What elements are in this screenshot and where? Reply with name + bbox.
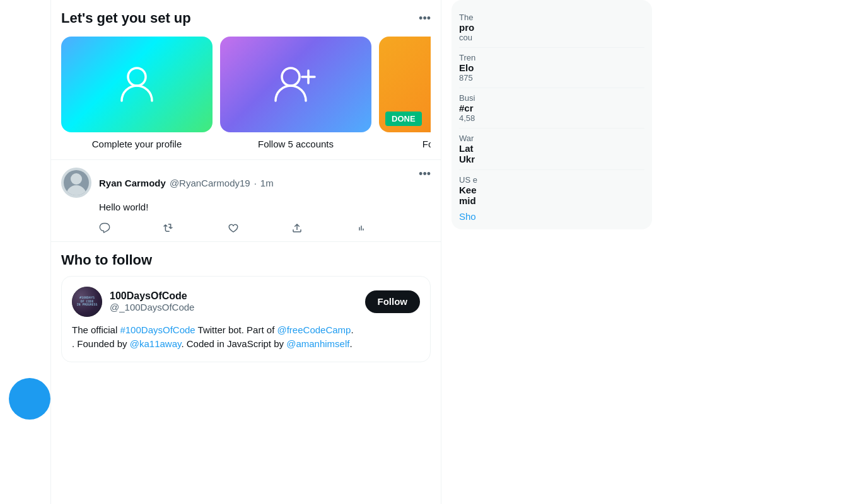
trending-item-4: War Lat Ukr <box>459 129 644 170</box>
retweet-icon <box>163 222 175 234</box>
who-to-follow-section: Who to follow #100DAYSOF CODEIN PROGRESS… <box>51 242 441 372</box>
setup-title: Let's get you set up <box>61 10 191 26</box>
done-badge-topics: DONE <box>385 112 422 126</box>
right-sidebar: The pro cou Tren Elo 875 Busi #cr 4,58 W… <box>441 0 662 504</box>
card-label-topics: Follow 3 Topics <box>422 139 431 149</box>
setup-header: Let's get you set up ••• <box>61 10 431 26</box>
trending-item-3: Busi #cr 4,58 <box>459 88 644 129</box>
setup-cards: Complete your profile Follow 5 accounts <box>61 37 431 149</box>
trending-name-3: #cr <box>459 103 644 113</box>
wtf-avatar-image: #100DAYSOF CODEIN PROGRESS <box>72 287 102 317</box>
stats-button[interactable] <box>356 222 367 234</box>
tweet-timestamp: 1m <box>260 178 274 188</box>
bio-text-prefix: The official <box>72 324 120 335</box>
card-label-profile: Complete your profile <box>92 139 182 149</box>
tweet-more-icon[interactable]: ••• <box>419 168 431 181</box>
wtf-avatar: #100DAYSOF CODEIN PROGRESS <box>72 287 102 317</box>
trending-item-5: US e Kee mid <box>459 170 644 211</box>
share-button[interactable] <box>291 222 303 234</box>
tweet-user-row: Ryan Carmody @RyanCarmody19 · 1m <box>61 168 274 198</box>
setup-card-topics[interactable]: DONE Follow 3 Topics <box>379 37 431 149</box>
avatar-inner <box>64 170 89 195</box>
trending-item-1: The pro cou <box>459 8 644 48</box>
show-more-button[interactable]: Sho <box>459 211 644 222</box>
setup-more-icon[interactable]: ••• <box>419 12 431 25</box>
like-button[interactable] <box>228 222 239 234</box>
setup-card-profile[interactable]: Complete your profile <box>61 37 213 149</box>
bio-text-coded: . Coded in JavaScript by <box>181 338 286 349</box>
avatar <box>61 168 91 198</box>
card-image-follow <box>220 37 371 132</box>
trending-category-1: The <box>459 13 644 22</box>
tweet-time: · <box>254 178 257 188</box>
bio-text-founded: . Founded by <box>72 338 130 349</box>
trending-name-4b: Ukr <box>459 154 644 164</box>
tweet-actions <box>99 222 367 234</box>
bio-link-freecodecamp[interactable]: @freeCodeCamp <box>277 324 351 335</box>
trending-section: The pro cou Tren Elo 875 Busi #cr 4,58 W… <box>452 0 652 229</box>
tweet-user-info: Ryan Carmody @RyanCarmody19 · 1m <box>99 178 274 188</box>
trending-name-1: pro <box>459 22 644 33</box>
main-feed: Let's get you set up ••• Complete your p… <box>50 0 441 504</box>
bio-text-end: . <box>349 338 352 349</box>
trending-name-4: Lat <box>459 143 644 154</box>
follow-button[interactable]: Follow <box>365 290 421 313</box>
tweet-handle[interactable]: @RyanCarmody19 <box>170 178 250 188</box>
wtf-title: Who to follow <box>61 252 431 268</box>
setup-section: Let's get you set up ••• Complete your p… <box>51 0 441 160</box>
svg-point-6 <box>71 173 82 185</box>
trending-category-2: Tren <box>459 53 644 62</box>
stats-icon <box>356 222 367 234</box>
trending-category-4: War <box>459 134 644 143</box>
tweet-name-row: Ryan Carmody @RyanCarmody19 · 1m <box>99 178 274 188</box>
svg-point-1 <box>282 68 300 86</box>
avatar-person-icon <box>66 173 86 195</box>
wtf-user-row: #100DAYSOF CODEIN PROGRESS 100DaysOfCode… <box>72 287 420 317</box>
bio-link-ka11away[interactable]: @ka11away <box>130 338 182 349</box>
trending-name-5b: mid <box>459 195 644 206</box>
bio-link-amanhimself[interactable]: @amanhimself <box>286 338 349 349</box>
wtf-bio: The official #100DaysOfCode Twitter bot.… <box>72 323 420 352</box>
sidebar-follow-button[interactable] <box>9 378 50 420</box>
trending-category-3: Busi <box>459 93 644 103</box>
left-sidebar <box>0 0 50 504</box>
tweet-section: Ryan Carmody @RyanCarmody19 · 1m ••• Hel… <box>51 160 441 242</box>
wtf-user-info: 100DaysOfCode @_100DaysOfCode <box>110 290 358 312</box>
setup-card-follow-accounts[interactable]: Follow 5 accounts <box>220 37 371 149</box>
wtf-card: #100DAYSOF CODEIN PROGRESS 100DaysOfCode… <box>61 276 431 362</box>
tweet-name[interactable]: Ryan Carmody <box>99 178 166 188</box>
bio-link-hashtag[interactable]: #100DaysOfCode <box>120 324 195 335</box>
trending-category-5: US e <box>459 175 644 185</box>
reply-icon <box>99 222 110 234</box>
svg-point-0 <box>128 68 146 86</box>
share-icon <box>291 222 303 234</box>
trending-name-5: Kee <box>459 185 644 195</box>
tweet-header: Ryan Carmody @RyanCarmody19 · 1m ••• <box>61 168 431 198</box>
retweet-button[interactable] <box>163 222 175 234</box>
heart-icon <box>228 222 239 234</box>
bio-text-suffix: . <box>351 324 353 335</box>
person-plus-icon <box>274 66 317 103</box>
trending-count-1: cou <box>459 33 644 42</box>
trending-count-3: 4,58 <box>459 113 644 123</box>
tweet-content: Hello world! <box>99 200 431 215</box>
bio-text-middle: Twitter bot. Part of <box>195 324 277 335</box>
trending-count-2: 875 <box>459 73 644 83</box>
wtf-name[interactable]: 100DaysOfCode <box>110 290 358 302</box>
wtf-handle[interactable]: @_100DaysOfCode <box>110 302 358 312</box>
person-icon <box>119 66 154 103</box>
trending-item-2: Tren Elo 875 <box>459 48 644 88</box>
card-image-topics: DONE <box>379 37 431 132</box>
reply-button[interactable] <box>99 222 110 234</box>
trending-name-2: Elo <box>459 62 644 73</box>
card-image-profile <box>61 37 213 132</box>
card-label-follow-accounts: Follow 5 accounts <box>258 139 334 149</box>
